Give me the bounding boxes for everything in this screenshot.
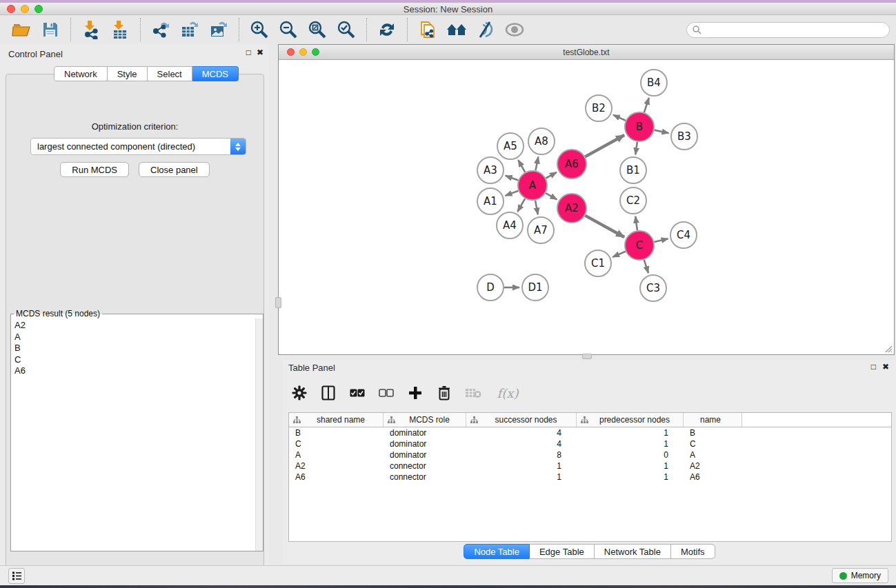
tab-motifs[interactable]: Motifs (671, 544, 715, 559)
search-input[interactable] (705, 25, 884, 34)
table-cell[interactable]: 0 (577, 449, 684, 460)
search-field[interactable] (686, 22, 890, 38)
refresh-layout-button[interactable] (375, 18, 399, 41)
mcds-result-item[interactable]: B (14, 343, 263, 354)
export-network-button[interactable] (148, 18, 173, 41)
close-panel-icon[interactable]: ✖ (257, 48, 263, 57)
network-canvas[interactable]: B4B2BB3A5A8A6A3B1AA1C2A2A4A7C4CC1DD1C3 (279, 60, 894, 354)
home-button[interactable] (444, 18, 469, 41)
export-table-button[interactable] (177, 18, 202, 41)
graph-edge-A-A3[interactable] (506, 176, 519, 181)
table-row[interactable]: A6connector11A6 (289, 472, 891, 483)
run-mcds-button[interactable]: Run MCDS (60, 162, 129, 177)
hide-annotations-button[interactable] (473, 18, 498, 41)
graph-edge-B-B1[interactable] (635, 142, 637, 154)
network-vertical-scroll-thumb[interactable] (275, 297, 281, 308)
tab-select[interactable]: Select (148, 66, 192, 81)
deselect-all-columns-button[interactable] (377, 383, 396, 403)
select-all-columns-button[interactable] (348, 383, 367, 403)
import-network-button[interactable] (79, 18, 103, 41)
table-cell[interactable]: dominator (384, 449, 466, 460)
table-cell[interactable]: A (684, 449, 742, 460)
show-graphics-details-button[interactable] (502, 18, 527, 41)
clone-network-button[interactable] (415, 18, 440, 41)
graph-edge-A-A7[interactable] (535, 201, 538, 215)
table-cell[interactable]: connector (384, 472, 466, 483)
show-columns-button[interactable] (319, 383, 338, 403)
graph-edge-A-A5[interactable] (518, 160, 525, 172)
mcds-result-item[interactable]: C (14, 354, 263, 366)
table-cell[interactable]: 1 (577, 438, 684, 449)
table-row[interactable]: A2connector11A2 (289, 460, 891, 472)
tab-network[interactable]: Network (54, 66, 108, 81)
mcds-result-item[interactable]: A (14, 332, 263, 343)
export-image-button[interactable] (206, 18, 231, 41)
table-cell[interactable]: 1 (466, 472, 577, 483)
create-column-button[interactable] (406, 383, 425, 403)
table-row[interactable]: Bdominator41B (289, 427, 891, 438)
graph-edge-C-C2[interactable] (635, 216, 637, 230)
import-table-button[interactable] (108, 18, 132, 41)
table-cell[interactable]: connector (384, 460, 466, 472)
graph-edge-B-B4[interactable] (644, 98, 649, 112)
titlebar[interactable]: Session: New Session (0, 3, 896, 15)
float-table-panel-icon[interactable]: □ (871, 362, 876, 372)
graph-edge-B-B3[interactable] (655, 130, 669, 134)
resize-grip-icon[interactable] (884, 345, 893, 353)
close-table-panel-icon[interactable]: ✖ (882, 362, 889, 372)
table-cell[interactable]: A2 (684, 460, 742, 472)
table-cell[interactable]: B (684, 427, 742, 438)
graph-edge-A6-B[interactable] (585, 135, 624, 156)
memory-button[interactable]: Memory (832, 568, 888, 583)
table-cell[interactable]: C (289, 438, 384, 449)
column-header-successor-nodes[interactable]: successor nodes (466, 413, 577, 427)
graph-edge-A-A6[interactable] (546, 172, 557, 179)
graph-edge-A2-C[interactable] (585, 216, 624, 237)
table-cell[interactable]: A6 (684, 472, 742, 483)
delete-column-button[interactable] (435, 383, 454, 403)
zoom-in-button[interactable] (247, 18, 272, 41)
table-row[interactable]: Cdominator41C (289, 438, 891, 449)
save-session-button[interactable] (38, 18, 63, 41)
result-list-scrollbar[interactable] (255, 318, 263, 551)
table-cell[interactable]: 4 (466, 427, 577, 438)
network-window-titlebar[interactable]: testGlobe.txt (279, 45, 894, 60)
graph-edge-A-A2[interactable] (546, 193, 557, 199)
tab-node-table[interactable]: Node Table (464, 544, 530, 559)
table-cell[interactable]: A (289, 449, 384, 460)
graph-edge-C-C3[interactable] (644, 260, 648, 273)
close-panel-button[interactable]: Close panel (139, 162, 210, 177)
network-horizontal-scroll-thumb[interactable] (582, 354, 592, 359)
table-cell[interactable]: 4 (466, 438, 577, 449)
criterion-select[interactable]: largest connected component (directed) (30, 138, 246, 155)
tab-edge-table[interactable]: Edge Table (530, 544, 595, 559)
show-task-history-button[interactable] (8, 568, 25, 584)
mcds-result-item[interactable]: A6 (14, 365, 263, 377)
table-cell[interactable]: 1 (577, 427, 684, 438)
table-settings-button[interactable] (290, 383, 309, 403)
table-row[interactable]: Adominator80A (289, 449, 891, 460)
table-cell[interactable]: dominator (384, 438, 466, 449)
zoom-selected-button[interactable] (334, 18, 359, 41)
table-cell[interactable]: B (289, 427, 384, 438)
zoom-fit-button[interactable] (305, 18, 330, 41)
column-header-predecessor-nodes[interactable]: predecessor nodes (577, 413, 684, 427)
table-cell[interactable]: A6 (289, 472, 384, 483)
graph-edge-A-A8[interactable] (535, 157, 538, 171)
graph-edge-B-B2[interactable] (613, 115, 626, 121)
table-cell[interactable]: 1 (577, 460, 684, 472)
graph-edge-C-C1[interactable] (613, 252, 626, 257)
table-cell[interactable]: A2 (289, 460, 384, 472)
zoom-out-button[interactable] (276, 18, 301, 41)
graph-edge-C-C4[interactable] (654, 239, 668, 242)
table-cell[interactable]: 1 (577, 472, 684, 483)
tab-network-table[interactable]: Network Table (595, 544, 671, 559)
column-header-name[interactable]: name (684, 413, 742, 427)
float-panel-icon[interactable]: □ (246, 48, 251, 57)
tab-mcds[interactable]: MCDS (192, 66, 239, 81)
column-header-shared-name[interactable]: shared name (289, 413, 384, 427)
function-builder-button[interactable]: f(x) (492, 383, 523, 403)
table-cell[interactable]: dominator (384, 427, 466, 438)
mcds-result-item[interactable]: A2 (14, 320, 263, 332)
open-session-button[interactable] (9, 18, 34, 41)
